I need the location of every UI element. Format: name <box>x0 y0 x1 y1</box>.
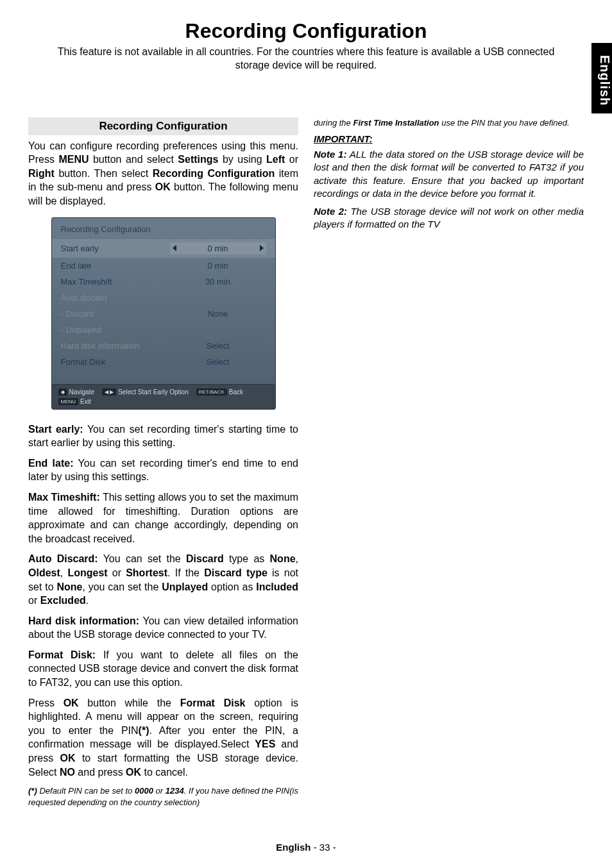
term: Longest <box>67 567 107 578</box>
osd-label: - Discard <box>61 309 94 319</box>
start-early-paragraph: Start early: You can set recording timer… <box>28 422 298 450</box>
osd-label: Format Disk <box>61 357 106 367</box>
text: Default PIN can be set to <box>37 786 135 796</box>
term: Unplayed <box>162 581 208 592</box>
term: (*) <box>139 725 149 736</box>
term: None <box>56 581 82 592</box>
term: Hard disk information: <box>28 615 139 626</box>
menu-key-icon: MENU <box>58 398 79 405</box>
recording-config-label: Recording Configuration <box>153 168 275 179</box>
right-button-label: Right <box>28 168 55 179</box>
term: Start early: <box>28 424 83 435</box>
osd-row-discard: - Discard None <box>52 306 275 322</box>
note-label: Note 2: <box>314 206 347 217</box>
auto-discard-paragraph: Auto Discard: You can set the Discard ty… <box>28 552 298 607</box>
text: or <box>153 786 166 796</box>
osd-footer: ◆Navigate ◀ ▶Select Start Early Option R… <box>52 384 275 409</box>
osd-row-start-early: Start early 0 min <box>52 239 275 258</box>
osd-value: Select <box>170 357 266 367</box>
term: Discard type <box>204 567 268 578</box>
osd-footer-exit: MENUExit <box>58 398 91 405</box>
text: , you can set the <box>82 581 162 592</box>
text: . <box>86 595 89 606</box>
text: , <box>296 553 298 564</box>
text: ALL the data stored on the USB storage d… <box>314 149 584 199</box>
text: or <box>28 595 40 606</box>
term: Format Disk: <box>28 649 96 660</box>
osd-row-max-timeshift: Max Timeshift 30 min <box>52 274 275 290</box>
footer-language: English <box>276 842 310 853</box>
text: The USB storage device will not work on … <box>314 206 584 230</box>
osd-row-auto-discard: Auto discard <box>52 290 275 306</box>
text: by using <box>218 154 266 165</box>
text: , <box>60 567 68 578</box>
osd-label: Auto discard <box>61 293 107 303</box>
pin-footnote: (*) Default PIN can be set to 0000 or 12… <box>28 785 298 808</box>
format-disk-paragraph: Format Disk: If you want to delete all f… <box>28 648 298 690</box>
term: OK <box>126 767 141 778</box>
term: Excluded <box>40 595 86 606</box>
term: Shortest <box>126 567 167 578</box>
max-timeshift-paragraph: Max Timeshift: This setting allows you t… <box>28 490 298 546</box>
osd-value-selector: 0 min <box>170 242 266 255</box>
term: YES <box>255 739 275 749</box>
end-late-paragraph: End late: You can set recording timer's … <box>28 456 298 484</box>
note-label: Note 1: <box>314 149 346 160</box>
term: First Time Installation <box>353 118 439 128</box>
text: use the PIN that you have defined. <box>439 118 570 128</box>
text: or <box>285 154 298 165</box>
page-subtitle: This feature is not available in all cou… <box>51 46 561 72</box>
text: and press <box>75 767 126 778</box>
section-header: Recording Configuration <box>28 117 298 135</box>
text: button while the <box>79 697 180 708</box>
term: Oldest <box>28 567 60 578</box>
page-footer: English - 33 - <box>0 842 612 853</box>
hard-disk-info-paragraph: Hard disk information: You can view deta… <box>28 614 298 642</box>
text: option as <box>208 581 256 592</box>
osd-title: Recording Configuration <box>52 218 275 239</box>
footnote-marker: (*) <box>28 786 37 796</box>
language-tab: English <box>591 43 612 113</box>
osd-value: 0 min <box>170 261 266 271</box>
nav-key-icon: ◆ <box>58 388 67 396</box>
pin-footnote-continued: during the First Time Installation use t… <box>314 117 584 129</box>
text: button. Then select <box>55 168 153 179</box>
text: . If the <box>167 567 204 578</box>
left-arrow-icon <box>173 245 176 251</box>
osd-label: - Unplayed <box>61 325 101 335</box>
osd-footer-back: RET/BACKBack <box>196 388 243 396</box>
term: Format Disk <box>180 697 246 708</box>
osd-label: Hard disk information <box>61 341 140 351</box>
osd-label: Max Timeshift <box>61 277 112 287</box>
term: OK <box>64 697 79 708</box>
text: during the <box>314 118 353 128</box>
pin-value: 0000 <box>135 786 153 796</box>
term: Discard <box>186 553 224 564</box>
osd-row-hard-disk-info: Hard disk information Select <box>52 338 275 354</box>
important-heading: IMPORTANT: <box>314 133 584 144</box>
osd-footer-text: Select Start Early Option <box>118 388 189 396</box>
left-column: Recording Configuration You can configur… <box>28 117 298 808</box>
osd-footer-text: Navigate <box>69 388 94 396</box>
term: Auto Discard: <box>28 553 98 564</box>
osd-footer-navigate: ◆Navigate <box>58 388 94 396</box>
back-key-icon: RET/BACK <box>196 388 227 396</box>
press-ok-paragraph: Press OK button while the Format Disk op… <box>28 696 298 780</box>
text: or <box>108 567 126 578</box>
osd-row-unplayed: - Unplayed <box>52 322 275 338</box>
intro-paragraph: You can configure recording preferences … <box>28 139 298 208</box>
note-2: Note 2: The USB storage device will not … <box>314 205 584 231</box>
osd-value: 30 min <box>170 277 266 287</box>
osd-screenshot: Recording Configuration Start early 0 mi… <box>51 217 276 410</box>
text: button and select <box>89 154 178 165</box>
text: You can set the <box>98 553 186 564</box>
term: OK <box>60 753 76 764</box>
left-button-label: Left <box>266 154 285 165</box>
arrows-key-icon: ◀ ▶ <box>102 388 116 396</box>
osd-value: None <box>170 309 266 319</box>
osd-value: Select <box>170 341 266 351</box>
note-1: Note 1: ALL the data stored on the USB s… <box>314 148 584 200</box>
osd-label: Start early <box>61 244 99 253</box>
osd-row-end-late: End late 0 min <box>52 258 275 274</box>
osd-label: End late <box>61 261 92 271</box>
